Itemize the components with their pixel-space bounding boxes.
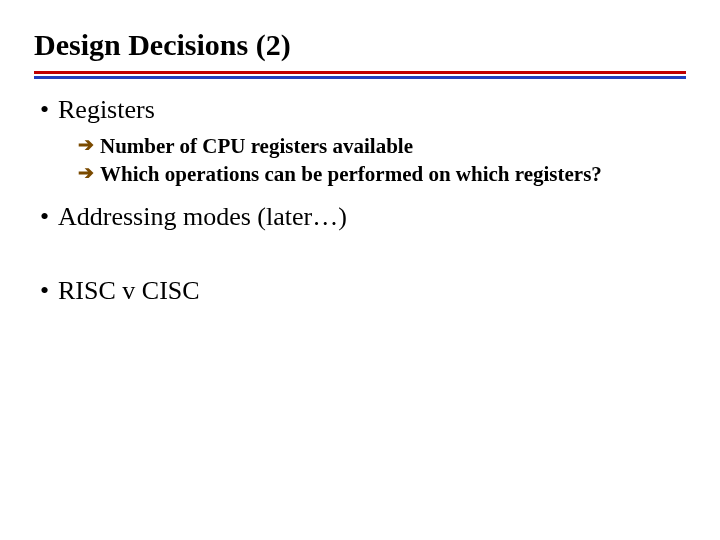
arrow-bullet-icon: ➔ (78, 133, 100, 158)
bullet-dot-icon: • (34, 95, 58, 125)
list-item: • Addressing modes (later…) (34, 202, 686, 232)
title-divider (34, 71, 686, 79)
list-item: • RISC v CISC (34, 276, 686, 306)
list-item: • Registers (34, 95, 686, 125)
list-item-text: Number of CPU registers available (100, 133, 686, 159)
list-item-text: Which operations can be performed on whi… (100, 161, 686, 187)
list-item-text: Registers (58, 95, 686, 125)
arrow-bullet-icon: ➔ (78, 161, 100, 186)
list-item-text: Addressing modes (later…) (58, 202, 686, 232)
slide-title: Design Decisions (2) (34, 28, 686, 67)
list-item-text: RISC v CISC (58, 276, 686, 306)
bullet-dot-icon: • (34, 276, 58, 306)
list-item: ➔ Number of CPU registers available (78, 133, 686, 159)
sublist: ➔ Number of CPU registers available ➔ Wh… (78, 133, 686, 188)
list-item: ➔ Which operations can be performed on w… (78, 161, 686, 187)
slide-body: • Registers ➔ Number of CPU registers av… (34, 95, 686, 306)
bullet-dot-icon: • (34, 202, 58, 232)
